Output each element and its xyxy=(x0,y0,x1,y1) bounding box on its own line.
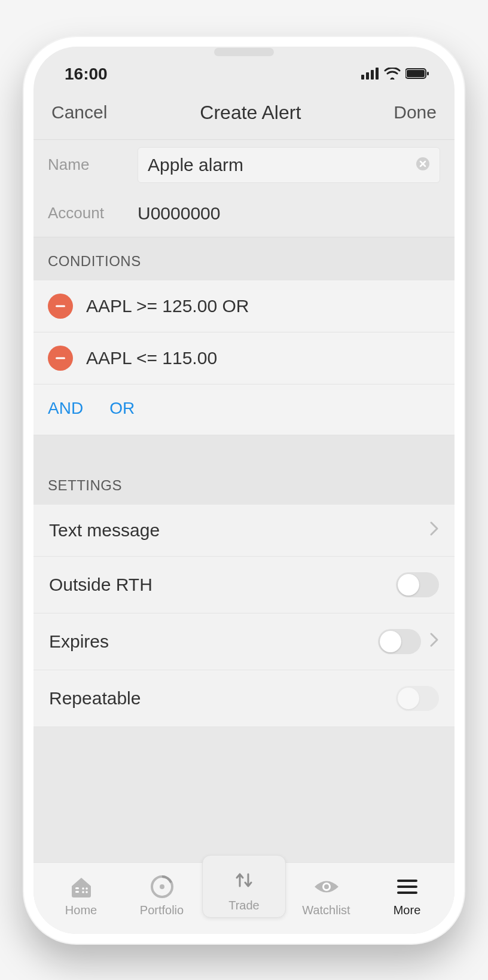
svg-rect-2 xyxy=(371,70,374,80)
name-row: Name xyxy=(33,140,455,190)
remove-condition-icon[interactable] xyxy=(48,346,73,371)
status-time: 16:00 xyxy=(65,65,108,84)
svg-rect-9 xyxy=(56,357,65,359)
svg-point-15 xyxy=(86,891,88,893)
svg-point-17 xyxy=(160,884,164,889)
svg-rect-21 xyxy=(397,886,417,888)
condition-text: AAPL >= 125.00 OR xyxy=(86,296,249,316)
logic-and-button[interactable]: AND xyxy=(48,399,83,418)
svg-rect-11 xyxy=(75,891,79,893)
condition-text: AAPL <= 115.00 xyxy=(86,348,217,368)
logic-row: AND OR xyxy=(33,384,455,435)
name-input-wrap[interactable] xyxy=(138,147,440,183)
repeatable-toggle[interactable] xyxy=(396,686,439,711)
logic-or-button[interactable]: OR xyxy=(109,399,135,418)
empty-area xyxy=(33,727,455,862)
tab-bar: Home Portfolio Trade xyxy=(33,862,455,934)
portfolio-icon xyxy=(150,874,174,900)
tab-more[interactable]: More xyxy=(367,874,447,917)
page-title: Create Alert xyxy=(200,102,301,124)
setting-repeatable: Repeatable xyxy=(33,670,455,727)
section-spacer xyxy=(33,435,455,462)
chevron-right-icon xyxy=(429,520,439,541)
conditions-header: CONDITIONS xyxy=(33,237,455,280)
screen: 16:00 Cancel Create Alert Done xyxy=(33,47,455,934)
svg-rect-8 xyxy=(56,305,65,307)
expires-toggle[interactable] xyxy=(378,629,421,654)
tab-label: More xyxy=(394,903,421,917)
setting-text-message[interactable]: Text message xyxy=(33,505,455,557)
account-row: Account U0000000 xyxy=(33,190,455,237)
account-label: Account xyxy=(48,204,138,222)
phone-notch xyxy=(214,48,274,56)
cancel-button[interactable]: Cancel xyxy=(51,102,107,123)
setting-label: Repeatable xyxy=(49,688,141,709)
tab-label: Watchlist xyxy=(302,903,350,917)
clear-icon[interactable] xyxy=(416,157,430,173)
condition-row[interactable]: AAPL >= 125.00 OR xyxy=(33,280,455,332)
setting-label: Outside RTH xyxy=(49,575,152,595)
tab-portfolio[interactable]: Portfolio xyxy=(121,874,202,917)
svg-rect-0 xyxy=(361,75,364,80)
tab-label: Home xyxy=(65,903,97,917)
trade-icon xyxy=(231,865,257,895)
tab-label: Trade xyxy=(228,899,260,912)
account-value: U0000000 xyxy=(138,197,220,230)
setting-label: Text message xyxy=(49,520,160,541)
tab-label: Portfolio xyxy=(140,903,184,917)
setting-expires[interactable]: Expires xyxy=(33,613,455,670)
svg-point-14 xyxy=(82,891,84,893)
svg-rect-3 xyxy=(376,68,379,80)
svg-rect-20 xyxy=(397,880,417,882)
outside-rth-toggle[interactable] xyxy=(396,572,439,597)
cellular-icon xyxy=(361,65,379,84)
svg-point-19 xyxy=(324,884,329,889)
phone-frame: 16:00 Cancel Create Alert Done xyxy=(23,36,465,945)
svg-point-12 xyxy=(82,887,84,890)
svg-rect-6 xyxy=(427,72,429,75)
menu-icon xyxy=(396,874,419,900)
svg-point-13 xyxy=(86,887,88,890)
home-icon xyxy=(69,874,93,900)
tab-trade[interactable]: Trade xyxy=(202,855,286,918)
remove-condition-icon[interactable] xyxy=(48,294,73,319)
battery-icon xyxy=(405,65,429,84)
svg-rect-5 xyxy=(407,70,425,77)
setting-outside-rth: Outside RTH xyxy=(33,557,455,613)
chevron-right-icon xyxy=(429,631,439,652)
setting-label: Expires xyxy=(49,631,109,652)
condition-row[interactable]: AAPL <= 115.00 xyxy=(33,332,455,384)
eye-icon xyxy=(313,874,340,900)
tab-watchlist[interactable]: Watchlist xyxy=(286,874,367,917)
settings-header: SETTINGS xyxy=(33,462,455,505)
svg-rect-22 xyxy=(397,892,417,894)
done-button[interactable]: Done xyxy=(394,102,437,123)
wifi-icon xyxy=(384,65,401,84)
tab-home[interactable]: Home xyxy=(41,874,121,917)
nav-header: Cancel Create Alert Done xyxy=(33,88,455,140)
name-label: Name xyxy=(48,155,138,174)
svg-rect-10 xyxy=(75,887,79,889)
svg-rect-1 xyxy=(366,72,369,80)
name-input[interactable] xyxy=(148,155,416,175)
